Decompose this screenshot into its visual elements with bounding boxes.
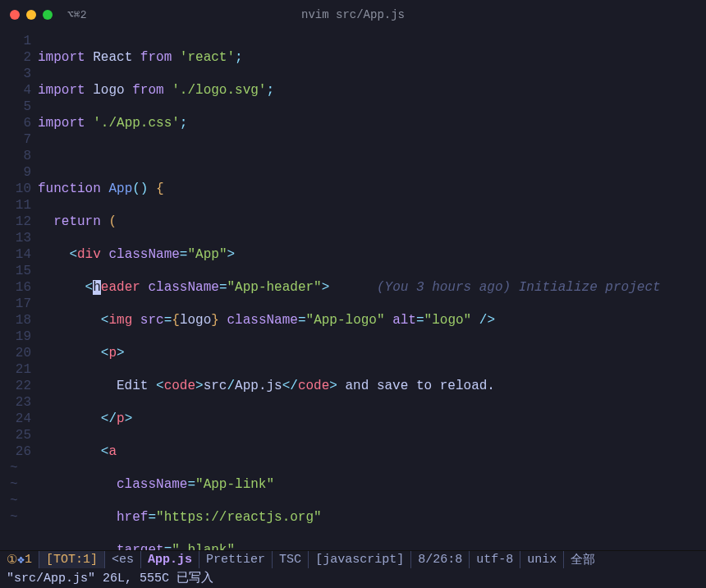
status-encoding: utf-8 [469,551,520,568]
line-number: 1 [0,33,31,49]
line-number: 9 [0,164,31,181]
line-number: 12 [0,214,31,230]
line-number: 4 [0,82,31,99]
code-line: import React from 'react'; [38,49,706,66]
window-title: nvim src/App.js [301,8,405,21]
terminal-window: ⌥⌘2 nvim src/App.js 1 2 3 4 5 6 7 8 9 10… [0,0,706,588]
tilde-line: ~ [0,493,31,509]
line-number: 10 [0,181,31,197]
status-percent: 全部 [563,551,602,568]
line-number: 26 [0,443,31,460]
code-line: target="_blank" [38,542,706,550]
line-number: 8 [0,148,31,164]
editor-area[interactable]: 1 2 3 4 5 6 7 8 9 10 11 12 13 14 15 16 1… [0,30,706,550]
message-line: "src/App.js" 26L, 555C 已写入 [0,568,706,588]
line-number: 13 [0,230,31,246]
line-number: 5 [0,99,31,115]
code-line: import './App.css'; [38,115,706,131]
status-fileformat: unix [520,551,563,568]
status-indicator: ① ❖ 1 [0,551,39,568]
code-line: href="https://reactjs.org" [38,509,706,526]
code-content[interactable]: import React from 'react'; import logo f… [38,33,706,550]
code-line [38,148,706,164]
line-number: 25 [0,427,31,443]
code-line: function App() { [38,181,706,197]
traffic-lights [10,10,53,20]
line-number: 19 [0,328,31,345]
line-number: 2 [0,49,31,66]
line-number: 15 [0,263,31,279]
status-es: <es [104,551,140,568]
shortcut-label: ⌥⌘2 [67,8,86,21]
cursor: h [93,280,101,295]
status-filetype: [javascript] [308,551,410,568]
code-line: <a [38,443,706,460]
titlebar: ⌥⌘2 nvim src/App.js [0,0,706,30]
maximize-icon[interactable] [43,10,53,20]
code-line: <div className="App"> [38,246,706,263]
line-number: 14 [0,246,31,263]
tilde-line: ~ [0,509,31,526]
status-line: ① ❖ 1 [TOT:1] <es App.js Prettier TSC [j… [0,550,706,568]
line-number: 7 [0,131,31,148]
code-line: return ( [38,214,706,230]
line-number: 22 [0,378,31,394]
code-line: </p> [38,411,706,427]
code-line: <header className="App-header"> (You 3 h… [38,279,706,296]
git-blame: (You 3 hours ago) Initialize project [377,280,661,295]
line-number: 18 [0,312,31,328]
status-tsc: TSC [272,551,308,568]
line-number: 16 [0,279,31,296]
status-tot: [TOT:1] [39,551,104,568]
line-number: 23 [0,394,31,411]
line-number: 3 [0,66,31,82]
line-number-gutter: 1 2 3 4 5 6 7 8 9 10 11 12 13 14 15 16 1… [0,33,38,550]
line-number: 21 [0,361,31,378]
minimize-icon[interactable] [26,10,36,20]
code-line: <p> [38,345,706,361]
tilde-line: ~ [0,476,31,493]
code-line: className="App-link" [38,476,706,493]
line-number: 6 [0,115,31,131]
line-number: 17 [0,296,31,312]
status-prettier: Prettier [199,551,272,568]
close-icon[interactable] [10,10,20,20]
code-line: <img src={logo} className="App-logo" alt… [38,312,706,328]
status-position: 8/26:8 [410,551,469,568]
line-number: 20 [0,345,31,361]
tilde-line: ~ [0,460,31,476]
code-line: Edit <code>src/App.js</code> and save to… [38,378,706,394]
line-number: 11 [0,197,31,214]
status-filename: App.js [140,551,199,568]
line-number: 24 [0,411,31,427]
code-line: import logo from './logo.svg'; [38,82,706,99]
